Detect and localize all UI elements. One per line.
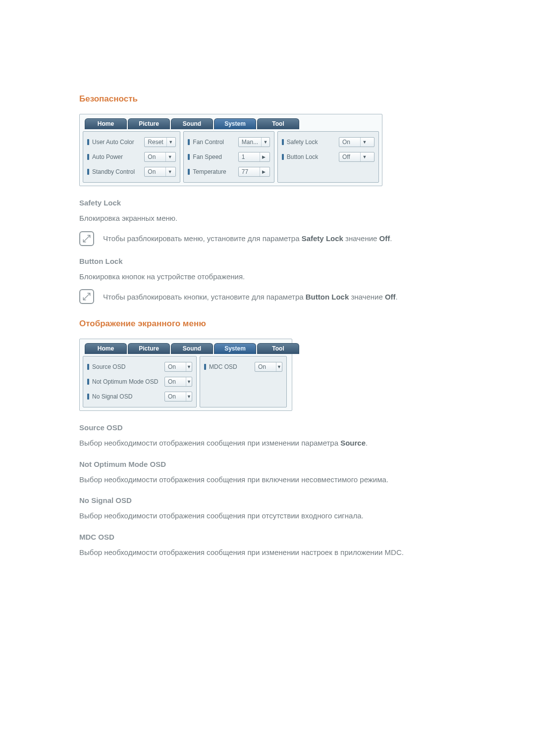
row-marker-icon <box>188 139 190 145</box>
setting-label: Auto Power <box>92 153 123 160</box>
setting-dropdown[interactable]: On▼ <box>164 377 192 387</box>
setting-row: Auto PowerOn▼ <box>87 150 176 164</box>
setting-row: Not Optimum Mode OSDOn▼ <box>87 374 192 389</box>
setting-label: Temperature <box>193 168 226 175</box>
dropdown-value: Man... <box>239 139 261 146</box>
setting-label: No Signal OSD <box>92 393 132 400</box>
note-text-mid: значение <box>343 234 379 243</box>
setting-dropdown[interactable]: On▼ <box>339 137 374 147</box>
setting-dropdown[interactable]: Off▼ <box>339 152 374 162</box>
button-lock-desc: Блокировка кнопок на устройстве отображе… <box>79 271 456 283</box>
chevron-down-icon: ▼ <box>186 377 192 386</box>
desc-pre: Выбор необходимости отображения сообщени… <box>79 548 404 556</box>
note-text-pre: Чтобы разблокировать кнопки, установите … <box>103 293 306 301</box>
dropdown-value: On <box>339 139 360 146</box>
row-marker-icon <box>188 169 190 175</box>
dropdown-value: 77 <box>239 168 260 175</box>
osd-panel: HomePictureSoundSystemToolSource OSDOn▼N… <box>79 339 292 411</box>
setting-row: Fan ControlMan...▼ <box>188 135 270 150</box>
setting-dropdown[interactable]: On▼ <box>255 362 282 372</box>
setting-label: User Auto Color <box>92 139 134 146</box>
dropdown-value: On <box>165 393 186 400</box>
setting-label: Fan Speed <box>193 153 222 160</box>
note-icon <box>79 231 94 246</box>
tab-picture[interactable]: Picture <box>128 343 170 354</box>
arrow-right-icon: ▶ <box>260 167 268 176</box>
tab-tool[interactable]: Tool <box>257 343 299 354</box>
osd-item-heading: No Signal OSD <box>79 496 456 504</box>
tab-picture[interactable]: Picture <box>128 118 170 129</box>
setting-dropdown[interactable]: Man...▼ <box>238 137 270 147</box>
tab-tool[interactable]: Tool <box>257 118 299 129</box>
settings-column: Fan ControlMan...▼Fan Speed1▶Temperature… <box>183 131 274 183</box>
dropdown-value: Reset <box>145 139 166 146</box>
document-page: Безопасность HomePictureSoundSystemToolU… <box>0 0 535 602</box>
setting-label: MDC OSD <box>209 363 237 370</box>
dropdown-value: Off <box>339 153 360 160</box>
dropdown-value: On <box>145 168 165 175</box>
note-text-b2: Off <box>379 234 390 243</box>
settings-column: MDC OSDOn▼ <box>200 356 287 407</box>
setting-label: Standby Control <box>92 168 135 175</box>
dropdown-value: On <box>165 363 186 370</box>
columns: User Auto ColorReset▼Auto PowerOn▼Standb… <box>80 131 382 183</box>
setting-label: Fan Control <box>193 139 224 146</box>
tab-system[interactable]: System <box>214 343 256 354</box>
row-marker-icon <box>87 394 89 400</box>
button-lock-heading: Button Lock <box>79 257 456 265</box>
tab-bar: HomePictureSoundSystemTool <box>80 340 292 356</box>
setting-row: Safety LockOn▼ <box>282 135 374 150</box>
chevron-down-icon: ▼ <box>165 167 174 176</box>
row-marker-icon <box>204 364 206 370</box>
setting-dropdown[interactable]: Reset▼ <box>144 137 176 147</box>
chevron-down-icon: ▼ <box>360 138 369 147</box>
setting-dropdown[interactable]: 1▶ <box>238 152 270 162</box>
setting-dropdown[interactable]: On▼ <box>164 392 192 402</box>
settings-column: Safety LockOn▼Button LockOff▼ <box>277 131 379 183</box>
settings-column: User Auto ColorReset▼Auto PowerOn▼Standb… <box>83 131 180 183</box>
desc-bold: Source <box>340 439 366 447</box>
tab-home[interactable]: Home <box>85 118 127 129</box>
note-icon <box>79 289 94 304</box>
desc-pre: Выбор необходимости отображения сообщени… <box>79 511 364 520</box>
note-text-b1: Safety Lock <box>302 234 343 243</box>
osd-item-desc: Выбор необходимости отображения сообщени… <box>79 438 456 449</box>
columns: Source OSDOn▼Not Optimum Mode OSDOn▼No S… <box>80 356 292 407</box>
row-marker-icon <box>87 154 89 160</box>
safety-lock-note-text: Чтобы разблокировать меню, установите дл… <box>103 234 392 243</box>
row-marker-icon <box>87 169 89 175</box>
note-text-post: . <box>390 234 392 243</box>
chevron-down-icon: ▼ <box>360 152 369 161</box>
dropdown-value: On <box>165 378 186 385</box>
desc-pre: Выбор необходимости отображения сообщени… <box>79 475 388 484</box>
safety-panel: HomePictureSoundSystemToolUser Auto Colo… <box>79 114 382 186</box>
tab-home[interactable]: Home <box>85 343 127 354</box>
setting-label: Source OSD <box>92 363 125 370</box>
setting-dropdown[interactable]: On▼ <box>144 167 176 177</box>
dropdown-value: On <box>255 363 276 370</box>
setting-row: User Auto ColorReset▼ <box>87 135 176 150</box>
row-marker-icon <box>282 154 284 160</box>
note-text-pre: Чтобы разблокировать меню, установите дл… <box>103 234 302 243</box>
tab-sound[interactable]: Sound <box>171 343 213 354</box>
tab-system[interactable]: System <box>214 118 256 129</box>
tab-sound[interactable]: Sound <box>171 118 213 129</box>
setting-label: Button Lock <box>287 153 318 160</box>
osd-item-heading: Source OSD <box>79 423 456 432</box>
dropdown-value: On <box>145 153 165 160</box>
chevron-down-icon: ▼ <box>186 392 192 401</box>
setting-dropdown[interactable]: On▼ <box>164 362 192 372</box>
note-text-b1: Button Lock <box>306 293 349 301</box>
setting-row: Source OSDOn▼ <box>87 359 192 374</box>
setting-row: Temperature77▶ <box>188 164 270 179</box>
setting-dropdown[interactable]: On▼ <box>144 152 176 162</box>
setting-row: Fan Speed1▶ <box>188 150 270 164</box>
safety-lock-note: Чтобы разблокировать меню, установите дл… <box>79 231 456 246</box>
setting-dropdown[interactable]: 77▶ <box>238 167 270 177</box>
chevron-down-icon: ▼ <box>166 138 175 147</box>
setting-row: No Signal OSDOn▼ <box>87 389 192 404</box>
chevron-down-icon: ▼ <box>276 362 282 371</box>
row-marker-icon <box>87 139 89 145</box>
setting-row: Button LockOff▼ <box>282 150 374 164</box>
chevron-down-icon: ▼ <box>261 138 269 147</box>
